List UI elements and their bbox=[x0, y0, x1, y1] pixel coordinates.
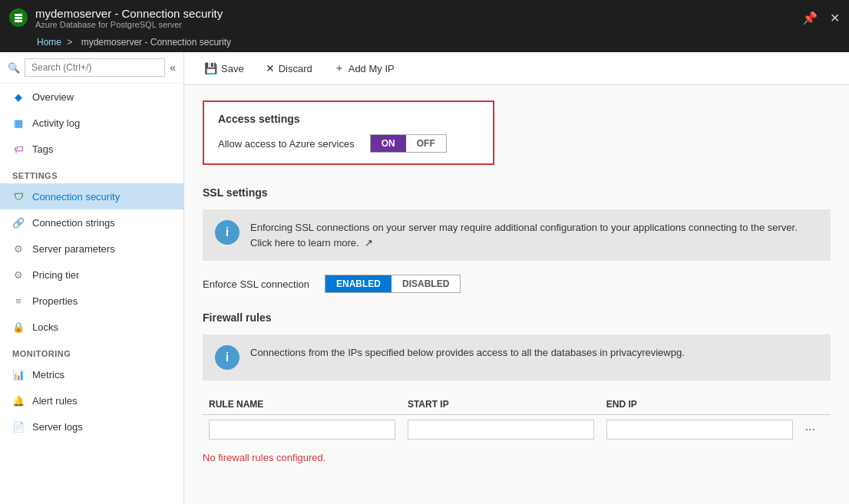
main-layout: 🔍 « ◆ Overview ▦ Activity log 🏷 Tags SET… bbox=[0, 52, 849, 504]
close-icon[interactable]: ✕ bbox=[830, 11, 840, 25]
toggle-on-button[interactable]: ON bbox=[371, 135, 406, 152]
rule-name-input[interactable] bbox=[209, 420, 395, 440]
add-icon: ＋ bbox=[334, 61, 345, 75]
search-input[interactable] bbox=[25, 58, 165, 77]
sidebar-item-connection-strings[interactable]: 🔗 Connection strings bbox=[0, 209, 183, 236]
save-button[interactable]: 💾 Save bbox=[200, 59, 249, 77]
firewall-info-text: Connections from the IPs specified below… bbox=[250, 345, 818, 361]
add-my-ip-button[interactable]: ＋ Add My IP bbox=[329, 58, 399, 78]
access-label: Allow access to Azure services bbox=[218, 138, 355, 150]
toolbar: 💾 Save ✕ Discard ＋ Add My IP bbox=[184, 52, 849, 85]
metrics-icon: 📊 bbox=[12, 368, 25, 380]
shield-icon: 🛡 bbox=[12, 190, 25, 203]
ssl-enforce-row: Enforce SSL connection ENABLED DISABLED bbox=[203, 275, 831, 293]
breadcrumb-separator: > bbox=[67, 37, 74, 48]
list-icon: ≡ bbox=[12, 295, 25, 307]
external-link-icon: ↗ bbox=[365, 237, 373, 249]
monitoring-section-label: MONITORING bbox=[0, 340, 183, 361]
page-subtitle: Azure Database for PostgreSQL server bbox=[35, 20, 802, 29]
log-icon: ▦ bbox=[12, 117, 25, 129]
title-bar-actions: 📌 ✕ bbox=[802, 11, 840, 25]
no-rules-message: No firewall rules configured. bbox=[203, 452, 831, 463]
save-icon: 💾 bbox=[204, 62, 217, 74]
title-bar-text: mydemoserver - Connection security Azure… bbox=[35, 7, 802, 29]
firewall-info-icon: i bbox=[215, 345, 240, 370]
nav-label-metrics: Metrics bbox=[32, 369, 64, 380]
firewall-rule-input-row: ··· bbox=[203, 415, 831, 445]
sidebar-item-server-logs[interactable]: 📄 Server logs bbox=[0, 413, 183, 440]
sidebar-item-properties[interactable]: ≡ Properties bbox=[0, 288, 183, 314]
start-ip-input[interactable] bbox=[408, 420, 594, 440]
sidebar-item-server-parameters[interactable]: ⚙ Server parameters bbox=[0, 236, 183, 262]
discard-icon: ✕ bbox=[266, 62, 275, 74]
access-settings-box: Access settings Allow access to Azure se… bbox=[203, 100, 494, 165]
discard-label: Discard bbox=[279, 63, 312, 74]
sidebar-item-activity-log[interactable]: ▦ Activity log bbox=[0, 110, 183, 136]
col-end-ip: END IP bbox=[600, 394, 799, 415]
nav-label-tags: Tags bbox=[32, 143, 53, 155]
ssl-info-box: i Enforcing SSL connections on your serv… bbox=[203, 209, 831, 261]
sidebar-item-alert-rules[interactable]: 🔔 Alert rules bbox=[0, 387, 183, 413]
col-start-ip: START IP bbox=[401, 394, 600, 415]
discard-button[interactable]: ✕ Discard bbox=[261, 59, 317, 77]
toggle-off-button[interactable]: OFF bbox=[406, 135, 446, 152]
ssl-info-text: Enforcing SSL connections on your server… bbox=[250, 220, 818, 250]
chart-icon: ⚙ bbox=[12, 268, 25, 281]
logs-icon: 📄 bbox=[12, 420, 25, 433]
ssl-disabled-button[interactable]: DISABLED bbox=[391, 275, 460, 292]
sidebar-item-pricing-tier[interactable]: ⚙ Pricing tier bbox=[0, 262, 183, 288]
lock-icon: 🔒 bbox=[12, 321, 25, 333]
diamond-icon: ◆ bbox=[12, 91, 25, 103]
nav-label-locks: Locks bbox=[32, 321, 58, 333]
page-title: mydemoserver - Connection security bbox=[35, 7, 802, 20]
nav-label-pricing-tier: Pricing tier bbox=[32, 269, 79, 281]
access-settings-title: Access settings bbox=[218, 113, 479, 125]
end-ip-input[interactable] bbox=[606, 420, 793, 440]
firewall-info-box: i Connections from the IPs specified bel… bbox=[203, 334, 831, 380]
nav-label-connection-security: Connection security bbox=[32, 191, 120, 203]
firewall-rules-section: Firewall rules i Connections from the IP… bbox=[203, 311, 831, 463]
sidebar-item-metrics[interactable]: 📊 Metrics bbox=[0, 361, 183, 387]
nav-label-overview: Overview bbox=[32, 91, 74, 103]
collapse-btn[interactable]: « bbox=[170, 61, 176, 74]
search-box: 🔍 « bbox=[0, 52, 183, 84]
add-my-ip-label: Add My IP bbox=[349, 63, 395, 74]
breadcrumb-home[interactable]: Home bbox=[37, 37, 61, 48]
ssl-settings-section: SSL settings i Enforcing SSL connections… bbox=[203, 186, 831, 293]
ssl-info-message: Enforcing SSL connections on your server… bbox=[250, 222, 798, 249]
sidebar-item-connection-security[interactable]: 🛡 Connection security bbox=[0, 183, 183, 209]
firewall-rules-title: Firewall rules bbox=[203, 311, 831, 324]
content-area: 💾 Save ✕ Discard ＋ Add My IP Access sett… bbox=[184, 52, 849, 504]
search-icon: 🔍 bbox=[8, 62, 20, 74]
sidebar-item-locks[interactable]: 🔒 Locks bbox=[0, 314, 183, 340]
ssl-settings-title: SSL settings bbox=[203, 186, 831, 199]
sidebar-item-tags[interactable]: 🏷 Tags bbox=[0, 136, 183, 162]
gear-icon: ⚙ bbox=[12, 242, 25, 255]
col-actions bbox=[799, 394, 831, 415]
azure-access-toggle: ON OFF bbox=[370, 134, 447, 153]
ssl-enforce-toggle: ENABLED DISABLED bbox=[325, 275, 461, 293]
title-bar: mydemoserver - Connection security Azure… bbox=[0, 0, 849, 35]
row-actions-button[interactable]: ··· bbox=[805, 423, 815, 436]
ssl-enabled-button[interactable]: ENABLED bbox=[325, 275, 391, 292]
server-icon bbox=[9, 8, 28, 27]
nav-label-alert-rules: Alert rules bbox=[32, 395, 78, 407]
ssl-info-icon: i bbox=[215, 220, 240, 245]
nav-label-server-parameters: Server parameters bbox=[32, 243, 115, 255]
access-row: Allow access to Azure services ON OFF bbox=[218, 134, 479, 153]
alert-icon: 🔔 bbox=[12, 394, 25, 407]
content-body: Access settings Allow access to Azure se… bbox=[184, 85, 849, 504]
breadcrumb: Home > mydemoserver - Connection securit… bbox=[0, 35, 849, 52]
firewall-table: RULE NAME START IP END IP ··· bbox=[203, 394, 831, 444]
sidebar: 🔍 « ◆ Overview ▦ Activity log 🏷 Tags SET… bbox=[0, 52, 184, 504]
save-label: Save bbox=[221, 63, 244, 74]
pin-icon[interactable]: 📌 bbox=[802, 11, 818, 25]
sidebar-item-overview[interactable]: ◆ Overview bbox=[0, 84, 183, 110]
settings-section-label: SETTINGS bbox=[0, 162, 183, 183]
nav-label-server-logs: Server logs bbox=[32, 421, 83, 433]
nav-label-properties: Properties bbox=[32, 295, 78, 307]
tag-icon: 🏷 bbox=[12, 143, 25, 155]
breadcrumb-current: mydemoserver - Connection security bbox=[81, 37, 231, 48]
nav-label-activity-log: Activity log bbox=[32, 117, 80, 129]
col-rule-name: RULE NAME bbox=[203, 394, 401, 415]
